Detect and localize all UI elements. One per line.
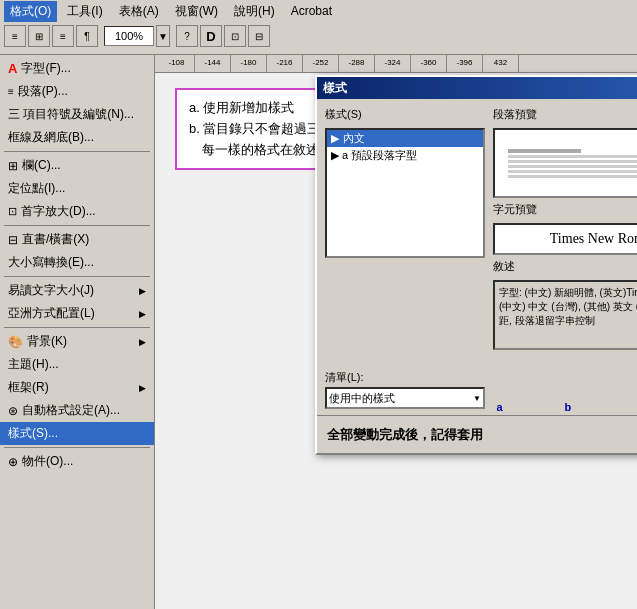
sidebar-item-changecase[interactable]: 大小寫轉換(E)... (0, 251, 154, 274)
sidebar-item-frames[interactable]: 框架(R) (0, 376, 154, 399)
style-dialog: 樣式 ? ✕ 樣式(S) ▶ 內文 (315, 75, 637, 455)
menu-acrobat[interactable]: Acrobat (285, 2, 338, 20)
preview-line-1 (508, 149, 580, 153)
sidebar-item-borders[interactable]: 框線及網底(B)... (0, 126, 154, 149)
paragraph-icon: ≡ (8, 86, 14, 97)
style-item-default[interactable]: ▶ a 預設段落字型 (327, 147, 483, 164)
font-icon: A (8, 61, 17, 76)
sidebar-item-tabs[interactable]: 定位點(I)... (0, 177, 154, 200)
dialog-title: 樣式 (323, 80, 347, 97)
tb-btn-2[interactable]: ⊞ (28, 25, 50, 47)
ruler-tick-7: -324 (375, 55, 411, 72)
ruler: -108 -144 -180 -216 -252 -288 -324 -360 … (155, 55, 637, 73)
separator-5 (4, 447, 150, 448)
separator-3 (4, 276, 150, 277)
background-icon: 🎨 (8, 335, 23, 349)
ruler-tick-5: -252 (303, 55, 339, 72)
ruler-tick-8: -360 (411, 55, 447, 72)
ruler-tick-3: -180 (231, 55, 267, 72)
list-section: 清單(L): 使用中的樣式 ▼ (325, 370, 485, 409)
dialog-columns: 樣式(S) ▶ 內文 ▶ a 預設段落字型 清單( (325, 107, 637, 409)
sidebar-item-dropcap[interactable]: ⊡ 首字放大(D)... (0, 200, 154, 223)
dialog-titlebar: 樣式 ? ✕ (317, 77, 637, 99)
list-dropdown[interactable]: 使用中的樣式 ▼ (325, 387, 485, 409)
separator-1 (4, 151, 150, 152)
list-label: 清單(L): (325, 370, 485, 385)
sidebar-item-object[interactable]: ⊕ 物件(O)... (0, 450, 154, 473)
char-preview-text: Times New Roman (550, 231, 637, 247)
preview-line-6 (508, 175, 637, 178)
dropcap-icon: ⊡ (8, 205, 17, 218)
menu-help[interactable]: 說明(H) (228, 1, 281, 22)
description-label: 敘述 (493, 259, 637, 274)
char-preview-label: 字元預覽 (493, 202, 637, 217)
style-bullet-1: ▶ (331, 132, 339, 145)
style-name-2: ▶ a 預設段落字型 (331, 148, 417, 163)
tb-btn-7[interactable]: ⊟ (248, 25, 270, 47)
sidebar-item-columns[interactable]: ⊞ 欄(C)... (0, 154, 154, 177)
sidebar-item-autoformat[interactable]: ⊛ 自動格式設定(A)... (0, 399, 154, 422)
doc-area: -108 -144 -180 -216 -252 -288 -324 -360 … (155, 55, 637, 609)
sidebar-item-listnum[interactable]: 三 項目符號及編號(N)... (0, 103, 154, 126)
preview-lines (508, 147, 637, 180)
tb-btn-3[interactable]: ≡ (52, 25, 74, 47)
preview-line-5 (508, 170, 637, 173)
menubar: 格式(O) 工具(I) 表格(A) 視窗(W) 說明(H) Acrobat (0, 0, 637, 22)
char-preview-box: Times New Roman (493, 223, 637, 255)
sidebar-item-fontsize[interactable]: 易讀文字大小(J) (0, 279, 154, 302)
menu-window[interactable]: 視窗(W) (169, 1, 224, 22)
sidebar-menu: A 字型(F)... ≡ 段落(P)... 三 項目符號及編號(N)... 框線… (0, 55, 155, 609)
dialog-footer: 全部變動完成後，記得套用 套用(A) 取消 (317, 415, 637, 453)
sidebar-item-background[interactable]: 🎨 背景(K) (0, 330, 154, 353)
para-preview-label: 段落預覽 (493, 107, 637, 122)
ruler-tick-1: -108 (159, 55, 195, 72)
bottom-text: 全部變動完成後，記得套用 (327, 426, 483, 444)
autoformat-icon: ⊛ (8, 404, 18, 418)
label-b: b (564, 401, 571, 413)
style-item-content[interactable]: ▶ 內文 (327, 130, 483, 147)
sidebar-item-asianlayout[interactable]: 亞洲方式配置(L) (0, 302, 154, 325)
dialog-left: 樣式(S) ▶ 內文 ▶ a 預設段落字型 清單( (325, 107, 485, 409)
zoom-input[interactable]: 100% (104, 26, 154, 46)
preview-line-2 (508, 155, 637, 158)
separator-2 (4, 225, 150, 226)
textdir-icon: ⊟ (8, 233, 18, 247)
sidebar-item-font[interactable]: A 字型(F)... (0, 57, 154, 80)
columns-icon: ⊞ (8, 159, 18, 173)
zoom-dropdown[interactable]: ▼ (156, 25, 170, 47)
description-text: 字型: (中文) 新細明體, (英文)Times New Roman, 12 點… (499, 287, 637, 326)
ruler-tick-9: -396 (447, 55, 483, 72)
dropdown-arrow-icon: ▼ (473, 394, 481, 403)
description-box: 字型: (中文) 新細明體, (英文)Times New Roman, 12 點… (493, 280, 637, 350)
dialog-right: 段落預覽 字元預覽 (493, 107, 637, 409)
styles-listbox[interactable]: ▶ 內文 ▶ a 預設段落字型 (325, 128, 485, 258)
tb-btn-6[interactable]: ⊡ (224, 25, 246, 47)
tb-btn-4[interactable]: ¶ (76, 25, 98, 47)
tb-btn-d[interactable]: D (200, 25, 222, 47)
menu-table[interactable]: 表格(A) (113, 1, 165, 22)
sidebar-item-paragraph[interactable]: ≡ 段落(P)... (0, 80, 154, 103)
style-name-1: 內文 (343, 131, 365, 146)
sidebar-item-theme[interactable]: 主題(H)... (0, 353, 154, 376)
separator-4 (4, 327, 150, 328)
ruler-tick-6: -288 (339, 55, 375, 72)
preview-line-3 (508, 160, 637, 163)
para-preview-box (493, 128, 637, 198)
object-icon: ⊕ (8, 455, 18, 469)
sidebar-item-textdir[interactable]: ⊟ 直書/橫書(X) (0, 228, 154, 251)
sidebar-item-styles[interactable]: 樣式(S)... (0, 422, 154, 445)
toolbar-row: ≡ ⊞ ≡ ¶ 100% ▼ ? D ⊡ ⊟ (0, 22, 637, 50)
ruler-tick-4: -216 (267, 55, 303, 72)
dialog-body: 樣式(S) ▶ 內文 ▶ a 預設段落字型 清單( (317, 99, 637, 453)
preview-line-4 (508, 165, 637, 168)
tb-btn-1[interactable]: ≡ (4, 25, 26, 47)
toolbar-area: 格式(O) 工具(I) 表格(A) 視窗(W) 說明(H) Acrobat ≡ … (0, 0, 637, 55)
menu-format[interactable]: 格式(O) (4, 1, 57, 22)
tb-btn-5[interactable]: ? (176, 25, 198, 47)
main-area: A 字型(F)... ≡ 段落(P)... 三 項目符號及編號(N)... 框線… (0, 55, 637, 609)
ruler-tick-10: 432 (483, 55, 519, 72)
label-a: a (496, 401, 502, 413)
styles-label: 樣式(S) (325, 107, 485, 122)
ruler-ticks: -108 -144 -180 -216 -252 -288 -324 -360 … (159, 55, 519, 72)
menu-tools[interactable]: 工具(I) (61, 1, 108, 22)
